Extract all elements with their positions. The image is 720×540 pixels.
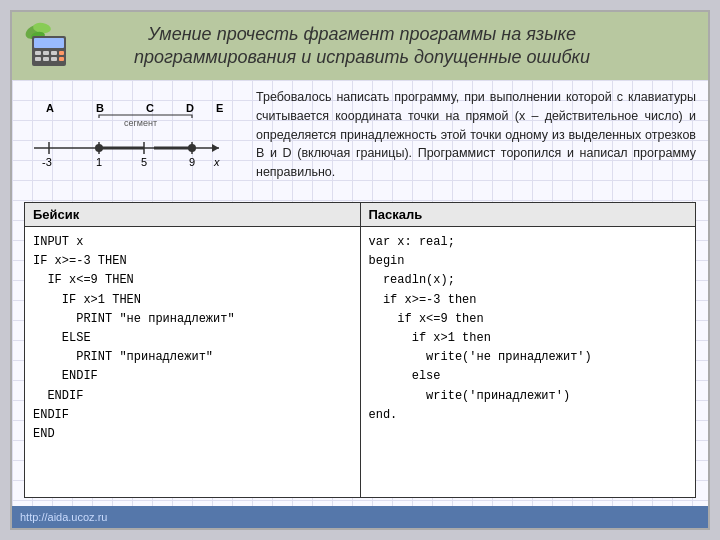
pascal-code: var x: real; begin readln(x); if x>=-3 t… (361, 227, 696, 497)
svg-text:9: 9 (189, 156, 195, 168)
footer: http://aida.ucoz.ru (12, 506, 708, 528)
pascal-column: Паскаль var x: real; begin readln(x); if… (361, 203, 696, 497)
svg-text:A: A (46, 102, 54, 114)
header: Умение прочесть фрагмент программы на яз… (12, 12, 708, 80)
svg-rect-4 (34, 38, 64, 48)
top-section: A B C D E сегмент -3 (24, 88, 696, 192)
svg-rect-5 (35, 51, 41, 55)
svg-text:1: 1 (96, 156, 102, 168)
svg-rect-9 (35, 57, 41, 61)
svg-text:-3: -3 (42, 156, 52, 168)
svg-rect-6 (43, 51, 49, 55)
basic-column: Бейсик INPUT x IF x>=-3 THEN IF x<=9 THE… (25, 203, 361, 497)
svg-text:D: D (186, 102, 194, 114)
pascal-header: Паскаль (361, 203, 696, 227)
svg-rect-12 (59, 57, 64, 61)
header-title: Умение прочесть фрагмент программы на яз… (86, 23, 638, 70)
svg-text:x: x (213, 156, 220, 168)
number-line-area: A B C D E сегмент -3 (24, 88, 244, 192)
content-area: A B C D E сегмент -3 (12, 80, 708, 506)
svg-rect-10 (43, 57, 49, 61)
basic-header: Бейсик (25, 203, 360, 227)
svg-text:сегмент: сегмент (124, 118, 157, 128)
svg-text:C: C (146, 102, 154, 114)
basic-code: INPUT x IF x>=-3 THEN IF x<=9 THEN IF x>… (25, 227, 360, 497)
footer-url: http://aida.ucoz.ru (20, 511, 107, 523)
svg-marker-20 (212, 144, 219, 152)
description-text: Требовалось написать программу, при выпо… (256, 88, 696, 182)
slide: Умение прочесть фрагмент программы на яз… (10, 10, 710, 530)
svg-rect-8 (59, 51, 64, 55)
calculator-icon (24, 20, 76, 72)
code-table: Бейсик INPUT x IF x>=-3 THEN IF x<=9 THE… (24, 202, 696, 498)
svg-rect-11 (51, 57, 57, 61)
svg-text:5: 5 (141, 156, 147, 168)
svg-text:B: B (96, 102, 104, 114)
number-line-svg: A B C D E сегмент -3 (24, 98, 224, 188)
svg-text:E: E (216, 102, 223, 114)
svg-rect-7 (51, 51, 57, 55)
